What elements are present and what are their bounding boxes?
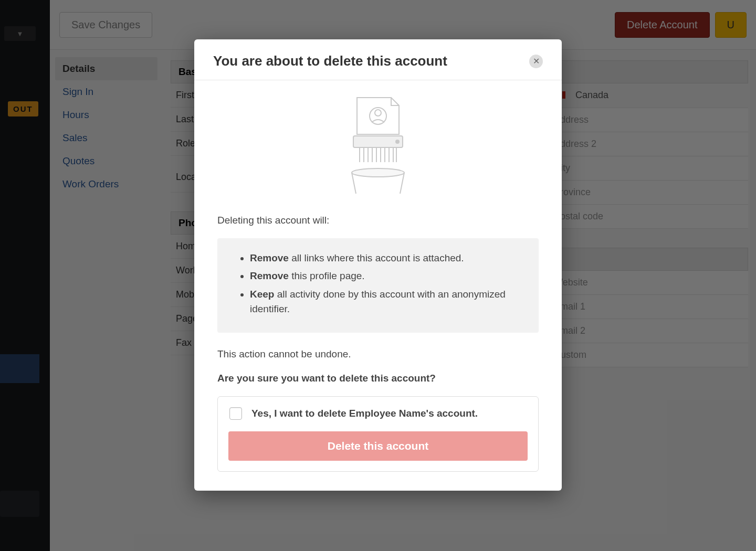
delete-this-account-button[interactable]: Delete this account xyxy=(228,431,528,461)
bullet-item: Remove all links where this account is a… xyxy=(250,251,524,266)
modal-title: You are about to delete this account xyxy=(213,53,529,69)
svg-point-5 xyxy=(375,110,381,116)
modal-header: You are about to delete this account ✕ xyxy=(194,39,562,80)
confirm-checkbox[interactable] xyxy=(229,407,242,420)
confirm-panel: Yes, I want to delete Employee Name's ac… xyxy=(217,396,539,472)
info-box: Remove all links where this account is a… xyxy=(217,238,539,333)
delete-account-modal: You are about to delete this account ✕ xyxy=(194,39,562,491)
confirm-checkbox-row[interactable]: Yes, I want to delete Employee Name's ac… xyxy=(228,407,528,420)
bullet-item: Keep all activity done by this account w… xyxy=(250,287,524,317)
bullet-item: Remove this profile page. xyxy=(250,269,524,284)
modal-intro: Deleting this account will: xyxy=(217,214,539,228)
shredder-illustration xyxy=(217,95,539,195)
close-icon[interactable]: ✕ xyxy=(529,55,543,68)
svg-rect-6 xyxy=(353,136,403,147)
svg-point-7 xyxy=(396,140,399,143)
modal-overlay[interactable]: You are about to delete this account ✕ xyxy=(0,0,756,551)
confirm-checkbox-label: Yes, I want to delete Employee Name's ac… xyxy=(251,408,478,419)
modal-warning: This action cannot be undone. xyxy=(217,347,539,362)
confirm-question: Are you sure you want to delete this acc… xyxy=(217,372,539,386)
modal-body: Deleting this account will: Remove all l… xyxy=(194,80,562,491)
svg-point-18 xyxy=(352,168,404,177)
